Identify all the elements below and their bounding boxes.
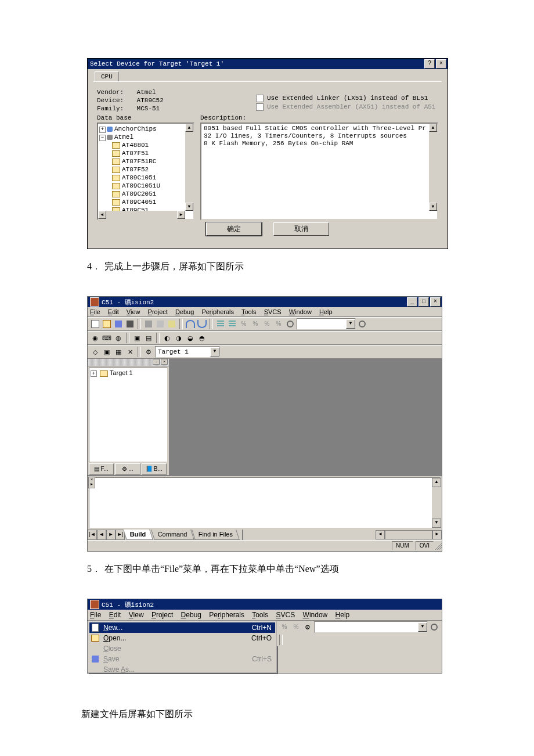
- close-button[interactable]: ×: [436, 59, 446, 69]
- menu-debug[interactable]: Debug: [181, 611, 201, 619]
- tb-icon[interactable]: %: [291, 622, 301, 632]
- menu-edit[interactable]: Edit: [108, 308, 119, 315]
- help-button[interactable]: ?: [424, 59, 435, 69]
- menubar[interactable]: File Edit View Project Debug Peripherals…: [88, 610, 442, 621]
- bookmark4-icon[interactable]: %: [273, 319, 284, 329]
- binoculars-icon[interactable]: [357, 319, 367, 329]
- bld1-icon[interactable]: ◇: [90, 347, 100, 357]
- dbg1-icon[interactable]: ◉: [90, 333, 100, 343]
- dbg6-icon[interactable]: ◐: [162, 333, 172, 343]
- window-titlebar: C51 - 礦ision2: [88, 599, 442, 610]
- menu-help[interactable]: Help: [335, 611, 350, 619]
- device-tree[interactable]: +AnchorChips −Atmel AT48801 AT87F51 AT87…: [97, 123, 194, 220]
- bookmark1-icon[interactable]: %: [239, 319, 249, 329]
- copy-icon[interactable]: [155, 319, 165, 329]
- dbg5-icon[interactable]: ▤: [143, 333, 154, 343]
- project-tab-regs[interactable]: ⚙...: [115, 463, 140, 475]
- dbg2-icon[interactable]: ⌨: [102, 333, 112, 343]
- menu-peripherals[interactable]: Peripherals: [209, 611, 244, 619]
- out-tab-build[interactable]: Build: [123, 530, 153, 540]
- tree-vscroll[interactable]: ▲▼: [185, 124, 193, 211]
- menu-view[interactable]: View: [129, 611, 144, 619]
- out-tab-find[interactable]: Find in Files: [192, 530, 240, 540]
- menu-debug[interactable]: Debug: [175, 308, 194, 315]
- uvision-main-window: C51 - 礦ision2 _ □ × File Edit View Proje…: [87, 296, 442, 552]
- menubar[interactable]: File Edit View Project Debug Peripherals…: [88, 307, 442, 317]
- resize-grip-icon[interactable]: [434, 542, 442, 550]
- menu-project[interactable]: Project: [151, 611, 173, 619]
- bookmark3-icon[interactable]: %: [262, 319, 272, 329]
- project-tab-books[interactable]: 📘B...: [142, 463, 167, 475]
- output-body[interactable]: ×▸ ▲ ▼: [89, 477, 441, 528]
- file-menu[interactable]: New... Ctrl+N Open... Ctrl+O Close: [88, 621, 277, 673]
- dbg7-icon[interactable]: ◑: [174, 333, 184, 343]
- pane-pin-icon[interactable]: -: [153, 359, 160, 365]
- save-icon[interactable]: [113, 319, 124, 329]
- status-num: NUM: [392, 541, 413, 550]
- tab-cpu[interactable]: CPU: [95, 71, 119, 81]
- bld2-icon[interactable]: ▣: [102, 347, 112, 357]
- dbg9-icon[interactable]: ◓: [197, 333, 207, 343]
- menu-window[interactable]: Window: [289, 308, 312, 315]
- menu-item-open[interactable]: Open... Ctrl+O: [89, 633, 275, 643]
- menu-item-new[interactable]: New... Ctrl+N: [89, 622, 275, 633]
- minimize-button[interactable]: _: [407, 297, 417, 307]
- caption-step-5: 5．在下图中单击“File”菜单，再在下拉菜单中单击“New”选项: [87, 563, 534, 575]
- menu-svcs[interactable]: SVCS: [264, 308, 282, 315]
- binoculars-icon[interactable]: [429, 622, 439, 632]
- open-icon[interactable]: [102, 319, 112, 329]
- target-combo[interactable]: Target 1 ▼: [155, 346, 220, 358]
- menu-peripherals[interactable]: Peripherals: [201, 308, 234, 315]
- menu-file[interactable]: File: [90, 308, 100, 315]
- dbg3-icon[interactable]: ◍: [113, 333, 124, 343]
- out-nav-next[interactable]: ►: [106, 530, 116, 540]
- menu-project[interactable]: Project: [148, 308, 168, 315]
- indent-left-icon[interactable]: [215, 319, 226, 329]
- close-button[interactable]: ×: [430, 297, 441, 307]
- menu-tools[interactable]: Tools: [252, 611, 268, 619]
- saveall-icon[interactable]: [125, 319, 135, 329]
- cut-icon[interactable]: [143, 319, 154, 329]
- out-nav-prev[interactable]: ◄: [97, 530, 106, 540]
- dbg4-icon[interactable]: ▣: [132, 333, 142, 343]
- output-close-icon[interactable]: ×▸: [88, 477, 95, 488]
- maximize-button[interactable]: □: [418, 297, 429, 307]
- ok-button[interactable]: 确定: [206, 222, 262, 236]
- dbg8-icon[interactable]: ◒: [185, 333, 196, 343]
- find-combo[interactable]: ▼: [314, 621, 428, 633]
- menu-edit[interactable]: Edit: [109, 611, 121, 619]
- check-extended-linker[interactable]: Use Extended Linker (LX51) instead of BL…: [256, 95, 435, 102]
- menu-help[interactable]: Help: [319, 308, 333, 315]
- out-hscroll-left[interactable]: ◄: [376, 530, 385, 539]
- tree-hscroll[interactable]: ◄►: [98, 211, 185, 219]
- menu-svcs[interactable]: SVCS: [276, 611, 295, 619]
- bld4-icon[interactable]: ✕: [125, 347, 135, 357]
- find-icon[interactable]: [285, 319, 295, 329]
- desc-vscroll[interactable]: ▲▼: [429, 124, 437, 211]
- bld5-icon[interactable]: ⚙: [143, 347, 154, 357]
- menu-view[interactable]: View: [127, 308, 140, 315]
- out-tab-command[interactable]: Command: [151, 530, 194, 540]
- menu-tools[interactable]: Tools: [241, 308, 257, 315]
- menu-file[interactable]: File: [90, 611, 101, 619]
- out-hscroll-right[interactable]: ►: [432, 530, 442, 539]
- dialog-title: Select Device for Target 'Target 1': [90, 60, 224, 67]
- bookmark2-icon[interactable]: %: [250, 319, 261, 329]
- tb-icon[interactable]: %: [279, 622, 290, 632]
- cancel-button[interactable]: 取消: [273, 222, 329, 236]
- paste-icon[interactable]: [167, 319, 177, 329]
- redo-icon[interactable]: [197, 319, 207, 329]
- new-icon[interactable]: [90, 319, 100, 329]
- vendor-label: Vendor:: [97, 89, 133, 96]
- project-tree[interactable]: + Target 1: [89, 368, 168, 462]
- undo-icon[interactable]: [185, 319, 196, 329]
- menu-window[interactable]: Window: [303, 611, 328, 619]
- project-pane-titlebar[interactable]: - ×: [88, 359, 169, 366]
- pane-close-icon[interactable]: ×: [161, 359, 168, 365]
- bld3-icon[interactable]: ▦: [113, 347, 124, 357]
- out-nav-first[interactable]: |◄: [88, 530, 97, 540]
- find-combo[interactable]: ▼: [297, 318, 356, 330]
- project-tab-files[interactable]: ▤F...: [89, 463, 114, 475]
- tb-icon[interactable]: ⚙: [302, 622, 313, 632]
- indent-right-icon[interactable]: [227, 319, 237, 329]
